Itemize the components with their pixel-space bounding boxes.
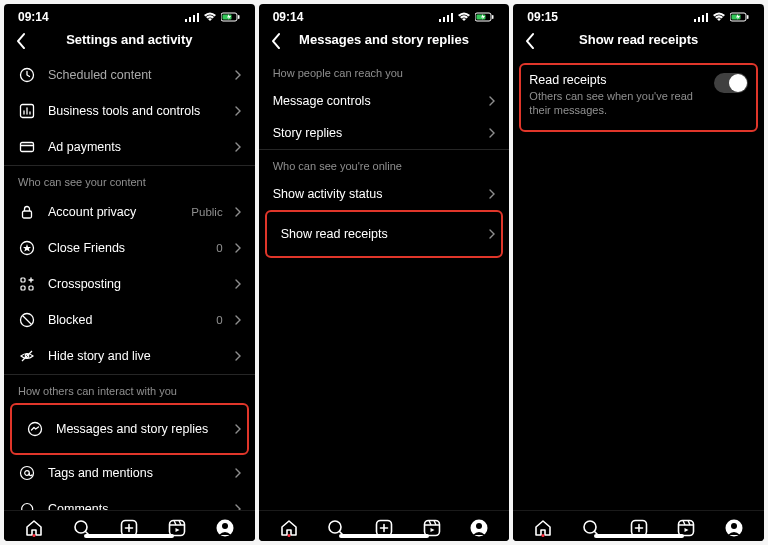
svg-rect-6 — [238, 15, 240, 19]
readreceipts-content: Read receipts Others can see when you've… — [513, 57, 764, 541]
row-hide-story[interactable]: Hide story and live — [4, 338, 255, 374]
svg-rect-50 — [702, 15, 704, 22]
nav-home[interactable] — [532, 517, 554, 539]
row-activity-status[interactable]: Show activity status — [259, 178, 510, 210]
row-tags-mentions[interactable]: Tags and mentions — [4, 455, 255, 491]
status-bar: 09:14 — [4, 4, 255, 26]
section-reach: How people can reach you — [259, 57, 510, 85]
svg-point-63 — [731, 523, 737, 529]
profile-icon — [215, 518, 235, 538]
nav-profile[interactable] — [468, 517, 490, 539]
chevron-right-icon — [235, 142, 241, 152]
row-label: Close Friends — [48, 241, 204, 255]
highlight-read-receipts: Show read receipts — [265, 210, 504, 258]
row-label: Crossposting — [48, 277, 223, 291]
highlight-messages-replies: Messages and story replies — [10, 403, 249, 455]
row-read-receipts[interactable]: Show read receipts — [273, 218, 496, 250]
screen-read-receipts: 09:15 Show read receipts Read receipts O… — [513, 4, 764, 541]
clock: 09:14 — [18, 10, 49, 24]
battery-icon — [221, 12, 241, 22]
page-title: Settings and activity — [66, 32, 192, 47]
back-button[interactable] — [267, 32, 285, 50]
read-receipts-toggle-row[interactable]: Read receipts Others can see when you've… — [529, 73, 748, 118]
clock-icon — [19, 67, 35, 83]
row-messages-story-replies[interactable]: Messages and story replies — [18, 411, 241, 447]
notification-dot — [287, 534, 290, 537]
status-bar: 09:15 — [513, 4, 764, 26]
at-icon — [19, 465, 35, 481]
profile-icon — [469, 518, 489, 538]
chevron-right-icon — [489, 96, 495, 106]
row-story-replies[interactable]: Story replies — [259, 117, 510, 149]
wifi-icon — [457, 12, 471, 22]
home-indicator — [594, 534, 684, 538]
read-receipts-toggle[interactable] — [714, 73, 748, 93]
grid-plus-icon — [19, 276, 35, 292]
chevron-right-icon — [489, 128, 495, 138]
signal-icon — [694, 12, 708, 22]
row-label: Ad payments — [48, 140, 223, 154]
section-how-interact: How others can interact with you — [4, 374, 255, 403]
page-header: Messages and story replies — [259, 26, 510, 57]
chart-icon — [19, 103, 35, 119]
svg-rect-15 — [29, 286, 33, 290]
star-icon — [19, 240, 35, 256]
signal-icon — [439, 12, 453, 22]
notification-dot — [542, 534, 545, 537]
row-account-privacy[interactable]: Account privacy Public — [4, 194, 255, 230]
eye-off-icon — [19, 348, 35, 364]
home-indicator — [84, 534, 174, 538]
svg-rect-1 — [189, 17, 191, 22]
row-message-controls[interactable]: Message controls — [259, 85, 510, 117]
chevron-right-icon — [235, 243, 241, 253]
block-icon — [19, 312, 35, 328]
row-ad-payments[interactable]: Ad payments — [4, 129, 255, 165]
svg-rect-54 — [747, 15, 749, 19]
row-label: Blocked — [48, 313, 204, 327]
row-label: Show read receipts — [281, 227, 478, 241]
row-close-friends[interactable]: Close Friends 0 — [4, 230, 255, 266]
row-label: Business tools and controls — [48, 104, 223, 118]
nav-home[interactable] — [23, 517, 45, 539]
messenger-icon — [27, 421, 43, 437]
card-icon — [19, 139, 35, 155]
back-button[interactable] — [521, 32, 539, 50]
home-indicator — [339, 534, 429, 538]
profile-icon — [724, 518, 744, 538]
row-blocked[interactable]: Blocked 0 — [4, 302, 255, 338]
nav-home[interactable] — [278, 517, 300, 539]
battery-icon — [730, 12, 750, 22]
row-scheduled-content[interactable]: Scheduled content — [4, 57, 255, 93]
row-label: Tags and mentions — [48, 466, 223, 480]
svg-point-47 — [476, 523, 482, 529]
row-value: 0 — [216, 242, 222, 254]
row-business-tools[interactable]: Business tools and controls — [4, 93, 255, 129]
svg-point-21 — [21, 467, 34, 480]
lock-icon — [19, 204, 35, 220]
notification-dot — [32, 534, 35, 537]
chevron-right-icon — [235, 351, 241, 361]
chevron-left-icon — [271, 33, 281, 49]
svg-rect-0 — [185, 19, 187, 22]
battery-icon — [475, 12, 495, 22]
row-value: 0 — [216, 314, 222, 326]
svg-point-22 — [25, 471, 30, 476]
back-button[interactable] — [12, 32, 30, 50]
svg-rect-51 — [706, 13, 708, 22]
svg-rect-13 — [21, 278, 25, 282]
section-online: Who can see you're online — [259, 149, 510, 178]
nav-profile[interactable] — [214, 517, 236, 539]
chevron-left-icon — [16, 33, 26, 49]
status-bar: 09:14 — [259, 4, 510, 26]
row-crossposting[interactable]: Crossposting — [4, 266, 255, 302]
page-title: Show read receipts — [579, 32, 698, 47]
svg-point-31 — [222, 523, 228, 529]
row-label: Messages and story replies — [56, 422, 223, 436]
svg-line-19 — [22, 351, 32, 361]
row-label: Story replies — [273, 126, 478, 140]
chevron-right-icon — [489, 229, 495, 239]
row-label: Show activity status — [273, 187, 478, 201]
status-icons — [439, 12, 495, 22]
status-icons — [694, 12, 750, 22]
nav-profile[interactable] — [723, 517, 745, 539]
